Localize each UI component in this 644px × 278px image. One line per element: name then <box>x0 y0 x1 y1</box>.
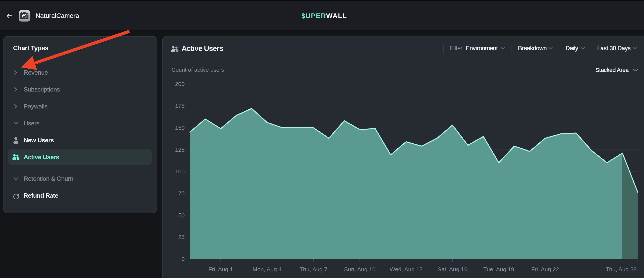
svg-text:Wed, Aug 13: Wed, Aug 13 <box>390 266 422 273</box>
svg-text:75: 75 <box>178 190 185 197</box>
svg-text:Fri, Aug 1: Fri, Aug 1 <box>208 266 233 273</box>
svg-text:Sun, Aug 10: Sun, Aug 10 <box>344 266 376 273</box>
svg-text:200: 200 <box>175 81 185 87</box>
svg-text:150: 150 <box>175 125 185 131</box>
svg-text:175: 175 <box>175 103 185 109</box>
svg-text:Tue, Aug 19: Tue, Aug 19 <box>484 266 514 273</box>
svg-text:0: 0 <box>182 256 185 262</box>
svg-text:Thu, Aug 7: Thu, Aug 7 <box>300 266 328 273</box>
svg-text:100: 100 <box>175 168 185 175</box>
svg-text:Mon, Aug 4: Mon, Aug 4 <box>252 266 282 273</box>
svg-text:Thu, Aug 28: Thu, Aug 28 <box>606 266 637 273</box>
svg-text:Fri, Aug 22: Fri, Aug 22 <box>531 266 559 273</box>
svg-text:50: 50 <box>178 212 185 218</box>
svg-text:25: 25 <box>178 234 185 240</box>
svg-text:Sat, Aug 16: Sat, Aug 16 <box>438 266 468 273</box>
svg-text:125: 125 <box>175 147 185 153</box>
